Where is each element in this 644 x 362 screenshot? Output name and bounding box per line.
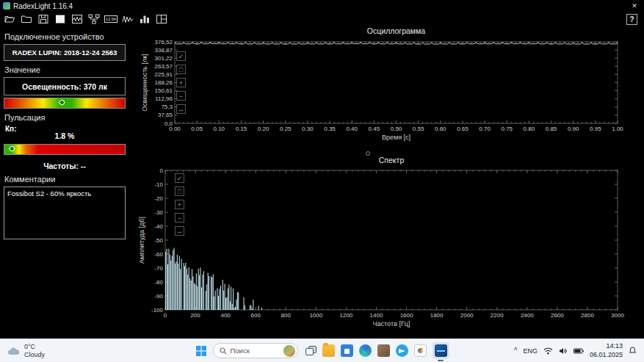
open-file-button[interactable] <box>3 13 16 26</box>
svg-text:0.15: 0.15 <box>236 126 247 132</box>
save-icon <box>39 15 48 23</box>
app-icon-brown[interactable] <box>377 344 390 357</box>
svg-text:1600: 1600 <box>400 312 413 319</box>
telegram-icon[interactable] <box>396 344 408 357</box>
svg-text:0.05: 0.05 <box>191 126 203 132</box>
select-tool-icon[interactable]: ✓ <box>176 51 186 61</box>
svg-text:200: 200 <box>190 312 200 319</box>
svg-text:0.60: 0.60 <box>435 126 446 132</box>
histogram-view-button[interactable] <box>138 13 151 26</box>
weather-widget[interactable]: 0°C Cloudy <box>0 343 52 359</box>
svg-text:1400: 1400 <box>370 312 383 319</box>
oscillogram-view-button[interactable] <box>70 13 84 26</box>
app-icon <box>3 2 10 10</box>
svg-text:Частота [Гц]: Частота [Гц] <box>373 320 410 327</box>
volume-icon[interactable] <box>559 347 568 355</box>
svg-text:0.70: 0.70 <box>479 126 491 132</box>
zoom-out-tool-icon[interactable]: − <box>175 213 184 222</box>
svg-text:400: 400 <box>220 312 231 319</box>
value-section-heading: Значение <box>4 65 126 74</box>
svg-text:-100: -100 <box>151 307 164 314</box>
svg-text:0.65: 0.65 <box>457 126 468 132</box>
device-tree-button[interactable] <box>87 13 101 26</box>
svg-text:800: 800 <box>281 312 292 319</box>
svg-text:0.90: 0.90 <box>568 126 579 132</box>
signal-wave-icon <box>123 16 133 23</box>
fit-tool-icon[interactable]: ↔ <box>176 104 186 114</box>
wave-box-icon <box>73 15 82 23</box>
svg-text:2400: 2400 <box>521 312 534 319</box>
close-button[interactable]: ✕ <box>628 2 641 10</box>
svg-text:0.80: 0.80 <box>524 126 535 132</box>
start-button[interactable] <box>195 345 207 357</box>
zoom-in-tool-icon[interactable]: + <box>175 200 184 209</box>
store-icon[interactable] <box>341 344 353 357</box>
svg-text:263,57: 263,57 <box>155 63 173 70</box>
signal-view-button[interactable] <box>121 13 134 26</box>
white-square-icon <box>56 15 65 23</box>
photos-app-icon[interactable] <box>414 344 427 357</box>
svg-text:188,26: 188,26 <box>155 79 173 86</box>
svg-text:0.75: 0.75 <box>501 126 513 132</box>
zoom-in-tool-icon[interactable]: + <box>176 78 186 87</box>
layout-panels-icon <box>157 15 167 23</box>
clock-button[interactable]: 12:34 <box>104 13 117 26</box>
svg-text:0.10: 0.10 <box>214 126 225 132</box>
help-button[interactable]: ? <box>626 14 637 25</box>
radexlight-app-icon <box>435 344 447 357</box>
snapshot-button[interactable] <box>54 13 67 26</box>
device-tree-icon <box>89 15 99 23</box>
zoom-out-tool-icon[interactable]: − <box>176 91 186 101</box>
tray-chevron-icon[interactable]: ^ <box>514 347 518 355</box>
device-button[interactable]: RADEX LUPIN: 2018-12-24 2563 <box>4 44 126 61</box>
pan-tool-icon[interactable]: □ <box>176 65 186 74</box>
file-explorer-icon[interactable] <box>322 344 335 357</box>
weather-desc: Cloudy <box>24 351 45 359</box>
svg-text:0.85: 0.85 <box>546 126 557 132</box>
illuminance-value: Освещенность: 370 лк <box>4 77 126 95</box>
folder-icon <box>22 16 32 23</box>
main-content: Подключенное устройство RADEX LUPIN: 201… <box>0 26 644 339</box>
fit-tool-icon[interactable]: ↔ <box>175 226 184 236</box>
radexlight-taskbar-active[interactable] <box>433 342 449 359</box>
task-view-button[interactable] <box>304 344 316 357</box>
oscillogram-chart[interactable]: Осциллограмма376,52338,87301,22263,57225… <box>132 26 644 144</box>
tray-time: 14:13 <box>590 342 623 350</box>
spectrum-chart[interactable]: Спектр0-10-20-30-40-50-60-70-80-90-10002… <box>132 154 644 336</box>
search-placeholder: Поиск <box>231 347 250 355</box>
pulsation-section-heading: Пульсация <box>4 113 126 122</box>
svg-text:0.40: 0.40 <box>346 126 358 132</box>
language-indicator[interactable]: ENG <box>523 347 538 355</box>
svg-text:2800: 2800 <box>581 312 594 319</box>
svg-text:-50: -50 <box>154 237 163 244</box>
svg-text:0.25: 0.25 <box>280 126 292 132</box>
layout-view-button[interactable] <box>155 13 168 26</box>
svg-text:0.00: 0.00 <box>169 126 181 132</box>
windows-taskbar: 0°C Cloudy Поиск ^ ENG <box>0 339 644 362</box>
save-button[interactable] <box>37 13 50 26</box>
toolbar: 12:34 ? <box>0 12 644 26</box>
svg-text:0.30: 0.30 <box>302 126 314 132</box>
wifi-icon[interactable] <box>543 347 553 355</box>
illuminance-gauge-marker <box>58 99 65 106</box>
svg-text:0: 0 <box>164 312 167 319</box>
notifications-icon[interactable] <box>629 347 637 355</box>
cloud-icon <box>7 346 21 356</box>
svg-text:75,3: 75,3 <box>161 104 173 110</box>
select-tool-icon[interactable]: ✓ <box>175 173 184 183</box>
pulsation-gauge-marker <box>9 145 16 153</box>
edge-browser-icon[interactable] <box>359 344 372 357</box>
svg-text:-30: -30 <box>154 209 163 216</box>
open-folder-button[interactable] <box>20 13 33 26</box>
search-input[interactable]: Поиск <box>213 343 298 358</box>
comments-input[interactable]: Fossibot S2 - 60% яркость <box>4 187 126 239</box>
svg-text:0.20: 0.20 <box>258 126 269 132</box>
pan-tool-icon[interactable]: □ <box>175 187 184 196</box>
clock-widget[interactable]: 14:13 06.01.2025 <box>590 342 623 359</box>
folder-open-icon <box>5 17 15 23</box>
battery-icon[interactable] <box>574 348 584 354</box>
svg-text:301,22: 301,22 <box>155 55 173 62</box>
svg-text:-40: -40 <box>154 223 163 230</box>
spectrum-chart-container: Спектр0-10-20-30-40-50-60-70-80-90-10002… <box>132 154 644 336</box>
oscillogram-chart-tools: ✓□+−↔ <box>176 51 186 114</box>
